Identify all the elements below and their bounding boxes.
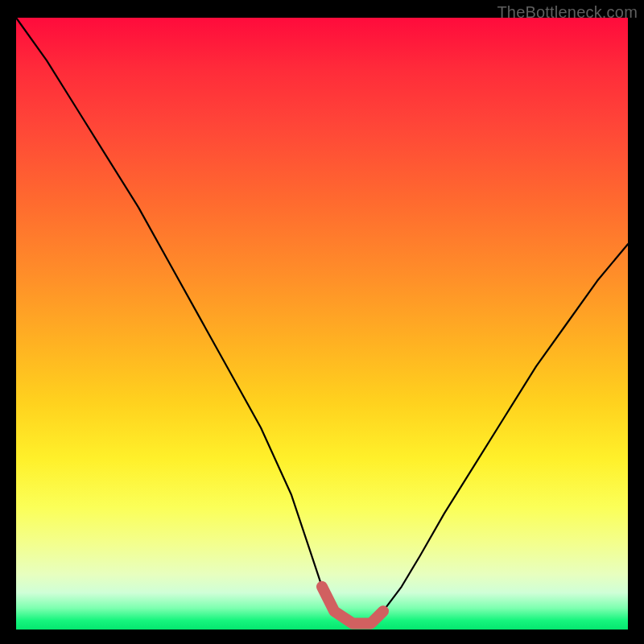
- watermark-text: TheBottleneck.com: [497, 3, 638, 22]
- trough-highlight: [322, 587, 383, 624]
- plot-area: [16, 18, 628, 630]
- chart-stage: TheBottleneck.com: [0, 0, 644, 644]
- curve-svg: [16, 18, 628, 630]
- bottleneck-curve-line: [16, 18, 628, 623]
